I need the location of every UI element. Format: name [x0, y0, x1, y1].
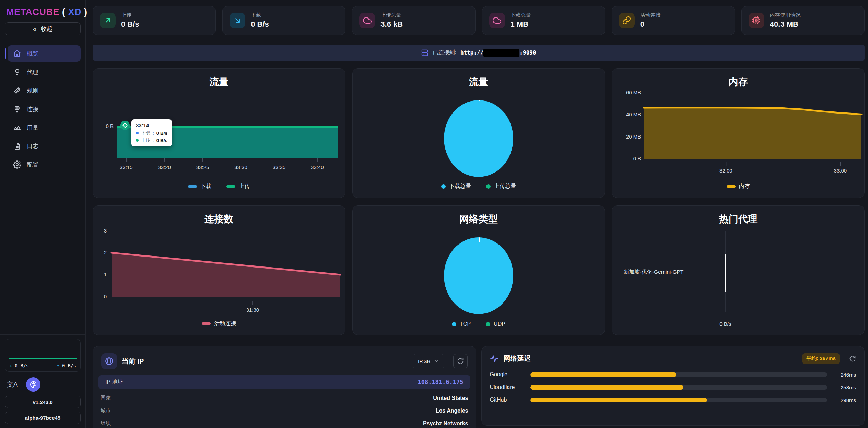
latency-row: Cloudflare 258ms: [490, 383, 856, 392]
language-icon[interactable]: 文A: [7, 380, 18, 389]
latency-bar-fill: [530, 385, 684, 390]
stat-value: 40.3 MB: [770, 20, 801, 29]
chart-title: 连接数: [93, 213, 345, 226]
nav-icon: [13, 86, 21, 95]
version-button[interactable]: v1.243.0: [5, 396, 81, 408]
server-icon: [421, 49, 429, 57]
legend-item[interactable]: 活动连接: [202, 320, 236, 327]
sidebar-nav-item[interactable]: 用量: [8, 119, 81, 136]
legend-swatch: [202, 322, 211, 325]
traffic-pie: [444, 100, 513, 177]
legend-swatch: [226, 185, 235, 188]
chart-connections: 连接数 3210 31:30 活动连接: [93, 205, 345, 335]
latency-bar-track: [530, 385, 828, 390]
y-axis-tick: 2: [104, 249, 107, 257]
sidebar-nav-item[interactable]: 连接: [8, 101, 81, 117]
refresh-icon: [849, 355, 856, 362]
divider: [0, 41, 85, 41]
field-label: 组织: [101, 420, 111, 427]
refresh-icon: [457, 358, 464, 365]
chart-title: 流量: [93, 75, 345, 88]
y-axis: 3210: [93, 227, 107, 300]
nav-label: 概览: [27, 50, 38, 58]
x-axis-tick: 33:20: [158, 158, 171, 170]
legend-item[interactable]: 上传: [226, 183, 250, 190]
palette-icon: [30, 381, 37, 388]
chart-legend: 下载总量 上传总量: [353, 183, 605, 190]
chart-legend: TCP UDP: [353, 321, 605, 327]
latency-value: 298ms: [833, 397, 856, 403]
latency-bar-fill: [530, 398, 707, 402]
data-point-marker: [120, 121, 130, 130]
legend-item[interactable]: 上传总量: [486, 183, 516, 190]
upload-rate: ↑ 0 B/s: [57, 363, 76, 368]
refresh-ip-button[interactable]: [453, 354, 468, 368]
nav-icon: [13, 68, 21, 76]
chart-legend: 下载 上传: [93, 183, 345, 190]
proxy-category-label: 新加坡-优化-Gemini-GPT: [624, 269, 683, 276]
ip-field-row: 国家 United States: [98, 392, 470, 404]
build-button[interactable]: alpha-97bce45: [5, 412, 81, 424]
x-axis-tick: 33:15: [120, 158, 133, 170]
chevron-down-icon: [434, 359, 439, 364]
field-label: 城市: [101, 407, 111, 414]
nav-label: 日志: [27, 142, 38, 150]
sidebar-nav-item[interactable]: 配置: [8, 156, 81, 173]
field-label: 国家: [101, 395, 111, 401]
collapse-sidebar-button[interactable]: « 收起: [5, 22, 81, 35]
main-content: 上传 0 B/s 下载 0 B/s 上传总量 3.6 kB 下载总量 1 MB: [86, 0, 868, 428]
stat-icon: [489, 13, 505, 28]
theme-palette-button[interactable]: [26, 377, 40, 392]
x-axis-tick: 33:00: [834, 162, 847, 174]
legend-item[interactable]: UDP: [486, 321, 505, 327]
sidebar-nav-item[interactable]: 日志: [8, 138, 81, 154]
latency-target: GitHub: [490, 397, 524, 403]
stat-icon: [619, 13, 635, 28]
activity-pulse-icon: [490, 354, 499, 363]
nav-label: 代理: [27, 68, 38, 76]
y-axis-tick: 1: [104, 271, 107, 278]
ip-provider-select[interactable]: IP.SB: [413, 354, 444, 368]
x-axis-tick: 31:30: [246, 301, 259, 313]
legend-item[interactable]: 下载总量: [441, 183, 471, 190]
legend-item[interactable]: 下载: [188, 183, 211, 190]
nav-label: 用量: [27, 124, 38, 132]
latency-value: 246ms: [833, 372, 856, 378]
refresh-latency-button[interactable]: [849, 355, 856, 362]
nav-icon: [13, 160, 21, 169]
current-ip-panel: 当前 IP IP.SB IP 地址: [93, 346, 476, 428]
legend-item[interactable]: 内存: [727, 183, 750, 190]
x-axis-tick: 33:25: [196, 158, 209, 170]
legend-swatch: [727, 185, 736, 188]
mini-chart-line: [9, 358, 77, 359]
sidebar-nav-item[interactable]: 规则: [8, 82, 81, 99]
divider: [0, 334, 85, 335]
latency-row: GitHub 298ms: [490, 395, 856, 404]
x-axis-tick: 33:40: [311, 158, 324, 170]
arrow-down-icon: ↓: [9, 363, 12, 368]
panel-title: 网络延迟: [504, 354, 531, 363]
stat-card: 内存使用情况 40.3 MB: [741, 6, 865, 35]
x-axis-tick: 33:30: [234, 158, 247, 170]
stat-value: 0: [640, 20, 661, 29]
chart-legend: 内存: [612, 183, 864, 190]
latency-bar-track: [530, 372, 828, 377]
y-axis-tick: 0 B: [97, 123, 114, 129]
latency-bar-fill: [530, 372, 677, 377]
sidebar-nav-item[interactable]: 代理: [8, 64, 81, 80]
chart-title: 热门代理: [612, 213, 864, 226]
latency-value: 258ms: [833, 384, 856, 390]
network-type-pie: [444, 237, 513, 314]
legend-item[interactable]: TCP: [452, 321, 471, 327]
chart-traffic-pie: 流量 下载总量 上传总量: [352, 68, 605, 198]
chart-tooltip: 33:14 下载: 0 B/s 上传: 0 B/s: [131, 119, 172, 146]
sidebar-nav-item[interactable]: 概览: [8, 45, 81, 62]
stat-value: 1 MB: [511, 20, 531, 29]
connections-area-plot: [112, 231, 340, 297]
tooltip-row: 下载: 0 B/s: [136, 130, 167, 136]
series-dot: [136, 139, 139, 142]
tooltip-time: 33:14: [136, 122, 167, 128]
ip-field-row: 组织 Psychz Networks: [98, 417, 470, 428]
x-axis: 33:1533:2033:2533:3033:3533:40: [117, 158, 338, 170]
chart-top-proxies: 热门代理 新加坡-优化-Gemini-GPT 0 B/s: [612, 205, 865, 335]
